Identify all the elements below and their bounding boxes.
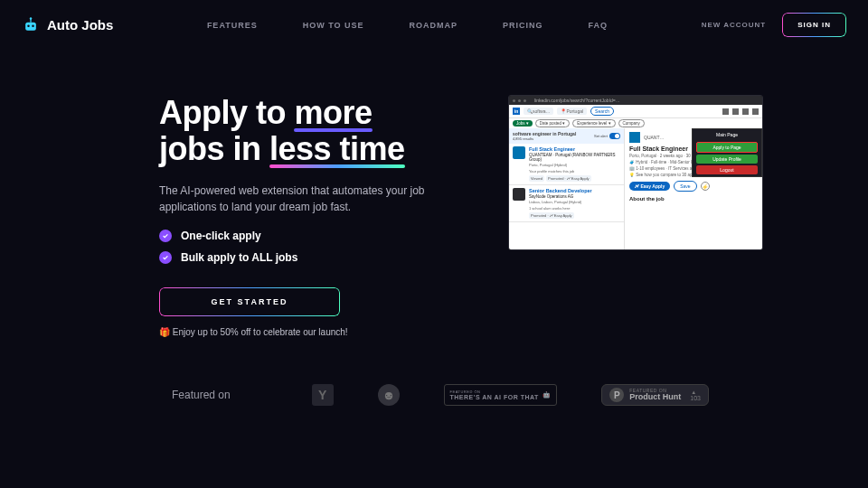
filter-date: Date posted ▾ [535, 119, 571, 127]
title-part-1: Apply to [159, 94, 294, 131]
nav-how-to-use[interactable]: HOW TO USE [303, 21, 364, 30]
detail-company: QUANT… [644, 135, 665, 140]
filter-jobs: Jobs ▾ [513, 120, 533, 127]
ext-update-btn: Update Profile [696, 155, 758, 164]
header: Auto Jobs FEATURES HOW TO USE ROADMAP PR… [0, 0, 868, 50]
job-location: Lisboa, Lisbon, Portugal (Hybrid) [529, 200, 620, 204]
save-btn: Save [674, 181, 696, 192]
linkedin-logo-icon: in [513, 108, 520, 115]
title-more: more [294, 94, 372, 131]
url-text: linkedin.com/jobs/search/?currentJobId=… [534, 98, 759, 103]
get-started-button[interactable]: GET STARTED [159, 287, 340, 316]
product-screenshot: linkedin.com/jobs/search/?currentJobId=…… [508, 95, 763, 250]
company-logo-icon [513, 188, 525, 201]
linkedin-location: 📍 Portugal [557, 108, 587, 115]
job-title: Senior Backend Developer [529, 188, 620, 193]
svg-point-4 [30, 17, 33, 20]
company-logo-icon [629, 132, 640, 143]
ph-icon: P [609, 388, 624, 402]
search-value: softwa… [533, 108, 550, 114]
promo-text: 🎁 Enjoy up to 50% off to celebrate our l… [159, 327, 439, 337]
job-location: Porto, Portugal (Hybrid) [529, 163, 620, 167]
filter-experience: Experience level ▾ [572, 119, 615, 127]
browser-urlbar: linkedin.com/jobs/search/?currentJobId=… [509, 96, 762, 105]
job-detail: QUANT… Full Stack Engineer Porto, Portug… [625, 128, 762, 249]
results-banner: software engineer in Portugal 4,895 resu… [509, 128, 624, 144]
job-card: Full Stack Engineer QUANTEAM · Portugal … [509, 144, 624, 185]
hero: Apply to more jobs in less time The AI-p… [0, 50, 868, 337]
nav-roadmap[interactable]: ROADMAP [410, 21, 458, 30]
browser-dot-icon [513, 99, 515, 102]
company-logo-icon [513, 146, 525, 159]
easy-apply-btn: 🗲 Easy Apply [629, 182, 670, 191]
hero-content: Apply to more jobs in less time The AI-p… [159, 95, 439, 337]
main-nav: FEATURES HOW TO USE ROADMAP PRICING FAQ [122, 21, 692, 30]
title-part-2: jobs in [159, 130, 269, 167]
job-card: Senior Backend Developer SayNode Operati… [509, 185, 624, 222]
svg-point-7 [390, 395, 391, 396]
taaft-main: THERE'S AN AI FOR THAT [450, 394, 539, 400]
extension-menu: Main Page Apply to Page Update Profile L… [692, 128, 762, 177]
svg-point-5 [385, 392, 392, 399]
ext-logout-btn: Logout [696, 165, 758, 174]
job-tag: Promoted · 🗲 Easy Apply [546, 175, 591, 182]
filter-company: Company [618, 119, 645, 127]
linkedin-topbar: in 🔍 softwa… 📍 Portugal Search [509, 105, 762, 117]
ext-header: Main Page [693, 129, 761, 140]
linkedin-filters: Jobs ▾ Date posted ▾ Experience level ▾ … [509, 117, 762, 128]
svg-point-2 [32, 24, 34, 27]
nav-icon [732, 108, 739, 115]
new-account-link[interactable]: NEW ACCOUNT [702, 21, 767, 29]
nav-pricing[interactable]: PRICING [503, 21, 543, 30]
job-company: SayNode Operations AG [529, 194, 620, 199]
account-area: NEW ACCOUNT SIGN IN [702, 13, 846, 37]
job-extra: 1 school alum works here [529, 206, 620, 211]
check-icon [159, 230, 172, 242]
yc-icon: Y [312, 384, 334, 406]
brand-name: Auto Jobs [47, 17, 113, 33]
feature-item: One-click apply [159, 230, 439, 242]
taaft-badge: FEATURED ON THERE'S AN AI FOR THAT 🤖 [444, 384, 558, 406]
svg-rect-0 [25, 22, 36, 30]
job-list: software engineer in Portugal 4,895 resu… [509, 128, 625, 249]
nav-icon [722, 108, 729, 115]
job-tag: Promoted · 🗲 Easy Apply [529, 212, 574, 219]
title-less-time: less time [269, 130, 405, 167]
reddit-logo [378, 384, 400, 406]
feature-item: Bulk apply to ALL jobs [159, 251, 439, 264]
ext-apply-btn: Apply to Page [696, 142, 758, 153]
reddit-icon [378, 384, 400, 406]
svg-point-1 [27, 24, 30, 27]
job-company: QUANTEAM · Portugal (RAINBOW PARTNERS Gr… [529, 153, 620, 162]
location-value: Portugal [566, 108, 583, 114]
alert-toggle [609, 133, 620, 139]
nav-features[interactable]: FEATURES [207, 21, 258, 30]
feature-list: One-click apply Bulk apply to ALL jobs [159, 230, 439, 264]
hero-subtitle: The AI-powered web extension that automa… [159, 183, 439, 215]
robot-icon: 🤖 [542, 391, 552, 399]
product-hunt-badge: P FEATURED ON Product Hunt ▲ 103 [601, 384, 709, 406]
linkedin-body: software engineer in Portugal 4,895 resu… [509, 128, 762, 249]
job-extra: Your profile matches this job [529, 169, 620, 174]
linkedin-search: 🔍 softwa… [524, 108, 553, 115]
featured-label: Featured on [172, 389, 231, 401]
brand-logo[interactable]: Auto Jobs [22, 16, 113, 34]
ycombinator-logo: Y [312, 384, 334, 406]
nav-icon [752, 108, 759, 115]
about-job-heading: About the job [629, 196, 758, 202]
linkedin-search-btn: Search [590, 107, 614, 116]
ph-count: 103 [690, 395, 701, 401]
featured-logos: Y FEATURED ON THERE'S AN AI FOR THAT 🤖 P… [312, 384, 709, 406]
ph-main: Product Hunt [629, 393, 681, 401]
bolt-icon: ⚡ [701, 182, 710, 191]
robot-icon [22, 16, 40, 34]
nav-icon [742, 108, 749, 115]
nav-faq[interactable]: FAQ [589, 21, 609, 30]
browser-dot-icon [524, 99, 526, 102]
set-alert-label: Set alert [594, 134, 608, 138]
sign-in-button[interactable]: SIGN IN [782, 13, 846, 37]
check-icon [159, 251, 172, 264]
job-title: Full Stack Engineer [529, 146, 620, 152]
browser-dot-icon [518, 99, 521, 102]
job-tag: Viewed [529, 175, 544, 182]
